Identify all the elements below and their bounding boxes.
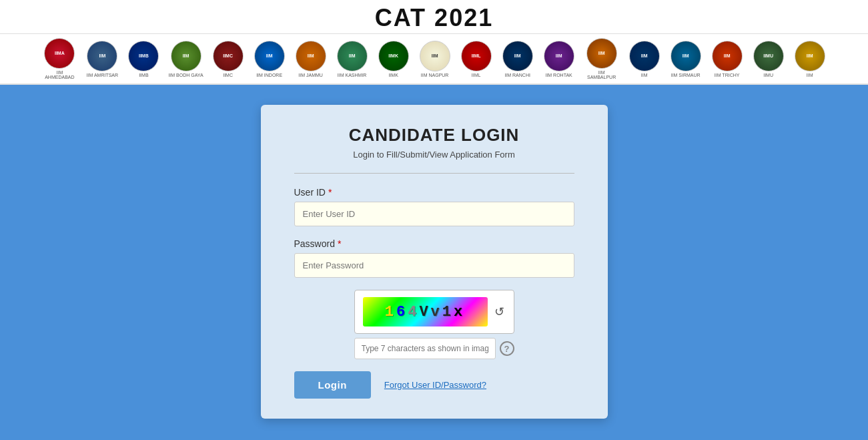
- logo-item: IIMBIIMB: [127, 41, 160, 77]
- logo-item: IIMIIM SAMBALPUR: [584, 38, 620, 79]
- logo-label: IIMK: [388, 73, 398, 77]
- captcha-input[interactable]: [354, 338, 496, 359]
- logo-circle: IIM: [254, 41, 285, 71]
- logo-circle: IIMK: [378, 41, 409, 71]
- logo-circle: IIM: [629, 41, 660, 71]
- logo-bar: IIMAIIM AHMEDABADIIMIIM AMRITSARIIMBIIMB…: [0, 34, 868, 85]
- logo-circle: IIMA: [44, 38, 75, 69]
- logo-circle: IIM: [586, 38, 617, 69]
- logo-item: IIMIIM RANCHI: [501, 41, 534, 77]
- main-content: CANDIDATE LOGIN Login to Fill/Submit/Vie…: [0, 85, 868, 439]
- logo-circle: IIM: [712, 41, 743, 71]
- logo-label: IIM AMRITSAR: [87, 73, 118, 77]
- logo-circle: IIM: [671, 41, 701, 71]
- logo-item: IIMIIM TRICHY: [711, 41, 744, 77]
- logo-circle: IIM: [87, 41, 117, 71]
- logo-label: IIMC: [223, 73, 233, 77]
- captcha-image: 164Vv1x: [363, 297, 488, 326]
- password-group: Password *: [294, 238, 574, 278]
- logo-label: IIMB: [139, 73, 148, 77]
- logo-circle: IIM: [544, 41, 574, 71]
- logo-label: IIM BODH GAYA: [168, 73, 203, 77]
- login-button[interactable]: Login: [294, 371, 371, 399]
- logo-item: IIMIIM BODH GAYA: [168, 41, 203, 77]
- logo-item: IIMIIM SIRMAUR: [669, 41, 703, 77]
- logo-label: IIM NAGPUR: [421, 73, 449, 77]
- required-star: *: [328, 187, 332, 198]
- logo-circle: IIMU: [753, 41, 784, 71]
- logo-label: IIM AHMEDABAD: [41, 70, 77, 79]
- logo-item: IIMIIM NAGPUR: [418, 41, 452, 77]
- logo-label: IIMU: [763, 73, 773, 77]
- action-row: Login Forgot User ID/Password?: [294, 371, 574, 399]
- logo-label: IIML: [472, 73, 481, 77]
- logo-circle: IIM: [296, 41, 326, 71]
- logo-circle: IIMB: [128, 41, 159, 71]
- logo-circle: IIML: [461, 41, 492, 71]
- captcha-box: 164Vv1x ↺: [354, 290, 514, 334]
- login-card: CANDIDATE LOGIN Login to Fill/Submit/Vie…: [261, 105, 608, 419]
- logo-circle: IIM: [337, 41, 368, 71]
- logo-label: IIM INDORE: [256, 73, 282, 77]
- header: CAT 2021: [0, 0, 868, 34]
- logo-circle: IIM: [795, 41, 825, 71]
- user-id-label: User ID *: [294, 187, 574, 198]
- logo-item: IIMIIM: [793, 41, 827, 77]
- logo-label: IIM ROHTAK: [545, 73, 572, 77]
- logo-item: IIMIIM INDORE: [253, 41, 286, 77]
- captcha-area: 164Vv1x ↺ ?: [294, 290, 574, 359]
- captcha-refresh-button[interactable]: ↺: [493, 303, 506, 320]
- form-divider: [294, 173, 574, 174]
- logo-item: IIMIIM KASHMIR: [336, 41, 369, 77]
- captcha-text: 164Vv1x: [385, 304, 465, 320]
- logo-label: IIM JAMMU: [298, 73, 323, 77]
- forgot-password-link[interactable]: Forgot User ID/Password?: [384, 380, 486, 390]
- logo-item: IIMAIIM AHMEDABAD: [41, 38, 77, 79]
- logo-item: IIMIIM ROHTAK: [542, 41, 576, 77]
- logo-circle: IIM: [171, 41, 201, 71]
- logo-item: IIMLIIML: [460, 41, 493, 77]
- logo-item: IIMIIM: [628, 41, 661, 77]
- user-id-group: User ID *: [294, 187, 574, 226]
- password-required-star: *: [338, 238, 341, 249]
- captcha-input-row: ?: [354, 338, 514, 359]
- logo-label: IIM TRICHY: [715, 73, 740, 77]
- password-label: Password *: [294, 238, 574, 249]
- logo-circle: IIM: [420, 41, 450, 71]
- logo-item: IIMCIIMC: [211, 41, 245, 77]
- logo-label: IIM SAMBALPUR: [584, 70, 620, 79]
- logo-item: IIMIIM JAMMU: [294, 41, 328, 77]
- logo-label: IIM SIRMAUR: [671, 73, 701, 77]
- password-input[interactable]: [294, 253, 574, 278]
- user-id-input[interactable]: [294, 202, 574, 226]
- logo-circle: IIMC: [213, 41, 244, 71]
- logo-label: IIM RANCHI: [504, 73, 530, 77]
- login-title: CANDIDATE LOGIN: [294, 125, 574, 146]
- logo-item: IIMIIM AMRITSAR: [85, 41, 119, 77]
- login-subtitle: Login to Fill/Submit/View Application Fo…: [294, 150, 574, 160]
- logo-circle: IIM: [502, 41, 533, 71]
- captcha-help-icon[interactable]: ?: [500, 341, 514, 356]
- logo-label: IIM: [641, 73, 648, 77]
- logo-item: IIMKIIMK: [377, 41, 410, 77]
- logo-item: IIMUIIMU: [752, 41, 785, 77]
- logo-label: IIM KASHMIR: [338, 73, 367, 77]
- page-title: CAT 2021: [0, 4, 868, 32]
- logo-label: IIM: [807, 73, 813, 77]
